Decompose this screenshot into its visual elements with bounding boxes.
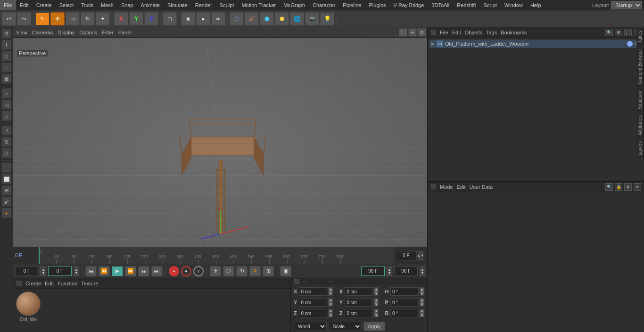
z-axis-button[interactable]: Z (144, 12, 158, 25)
z2-coord-value[interactable]: 0 cm (345, 309, 373, 317)
menu-help[interactable]: Help (527, 0, 545, 10)
mat-menu-create[interactable]: Create (25, 281, 41, 286)
sidebar-tool1[interactable]: ↗ (1, 125, 12, 136)
menu-file[interactable]: File (0, 0, 16, 10)
attr-menu-userdata[interactable]: User Data (470, 184, 493, 190)
obj-filter-icon[interactable]: ⚙ (615, 29, 622, 36)
obj-menu-file[interactable]: File (440, 30, 448, 35)
viewport-settings-icon[interactable]: ⚙ (418, 28, 426, 37)
world-dropdown[interactable]: World Object Camera (294, 322, 327, 331)
material-item[interactable]: Old_Wo (16, 292, 41, 322)
obj-expand-icon[interactable]: ⛶ (624, 29, 632, 36)
x-axis-button[interactable]: X (114, 12, 128, 25)
p-coord-spinner[interactable]: ▲▼ (420, 298, 424, 307)
apply-button[interactable]: Apply (363, 322, 385, 331)
environment-button[interactable]: 🌐 (290, 12, 304, 25)
nurbs-button[interactable]: ⬟ (260, 12, 274, 25)
menu-3dtoall[interactable]: 3DToAll (428, 0, 453, 10)
undo-button[interactable]: ↩ (2, 12, 16, 25)
sidebar-layer2[interactable]: ⬜ (1, 174, 12, 184)
scale-tool-button[interactable]: ▭ (66, 12, 80, 25)
obj-menu-objects[interactable]: Objects (465, 30, 482, 35)
object-row[interactable]: ▶ LO Old_Platform_with_Ladder_Wooden (429, 40, 642, 48)
record-button[interactable]: ● (181, 266, 191, 276)
object-mode-button[interactable]: ◻ (163, 12, 177, 25)
menu-animate[interactable]: Animate (137, 0, 164, 10)
current-frame-input[interactable] (396, 251, 417, 260)
select-tool-button[interactable]: ↖ (35, 12, 50, 25)
y-coord-spinner[interactable]: ▲▼ (328, 298, 333, 307)
sidebar-tool3[interactable]: ⬡ (1, 148, 12, 158)
vp-menu-options[interactable]: Options (79, 30, 97, 35)
sidebar-layer1[interactable]: ⬛ (1, 162, 12, 173)
camera-button[interactable]: 📷 (305, 12, 319, 25)
menu-edit[interactable]: Edit (16, 0, 33, 10)
start-frame-field[interactable] (15, 267, 39, 276)
menu-select[interactable]: Select (56, 0, 78, 10)
menu-tools[interactable]: Tools (77, 0, 97, 10)
min-frame-field[interactable] (48, 267, 72, 276)
sidebar-edge-mode[interactable]: ⬡ (1, 51, 12, 61)
sidebar-selection1[interactable]: ▷ (1, 88, 12, 98)
menu-sculpt[interactable]: Sculpt (216, 0, 238, 10)
obj-menu-bookmarks[interactable]: Bookmarks (501, 30, 527, 35)
end-spinner[interactable]: ▲▼ (420, 267, 425, 276)
move-tool-button[interactable]: ✛ (50, 12, 65, 25)
layers-tab[interactable]: Layers (636, 138, 644, 158)
menu-vray[interactable]: V-Ray Bridge (390, 0, 428, 10)
menu-redshift[interactable]: Redshift (453, 0, 479, 10)
menu-render[interactable]: Render (191, 0, 216, 10)
layout-dropdown[interactable]: Startup (611, 1, 642, 9)
play-button[interactable]: ▶ (112, 266, 123, 276)
structure-tab[interactable]: Structure (636, 87, 644, 113)
menu-character[interactable]: Character (309, 0, 339, 10)
sidebar-brush[interactable]: 🖌 (1, 196, 12, 207)
menu-mesh[interactable]: Mesh (97, 0, 117, 10)
y-axis-button[interactable]: Y (129, 12, 143, 25)
menu-plugins[interactable]: Plugins (365, 0, 389, 10)
attr-menu-mode[interactable]: Mode (440, 184, 453, 190)
sidebar-layer3[interactable]: ⊞ (1, 185, 12, 195)
object-visibility-dot[interactable] (627, 41, 633, 47)
max-spinner[interactable]: ▲▼ (387, 267, 392, 276)
frame-spinner[interactable]: ▲▼ (418, 251, 423, 260)
light-button[interactable]: 💡 (320, 12, 334, 25)
go-start-button[interactable]: ⏮ (85, 266, 97, 276)
z-coord-value[interactable]: 0 cm (299, 309, 327, 317)
y-coord-value[interactable]: 0 cm (299, 298, 327, 307)
menu-pipeline[interactable]: Pipeline (339, 0, 365, 10)
go-end-button[interactable]: ⏭ (138, 266, 149, 276)
spline-button[interactable]: 🖊 (245, 12, 259, 25)
vp-menu-display[interactable]: Display (58, 30, 74, 35)
x-coord-spinner[interactable]: ▲▼ (328, 287, 333, 296)
mat-menu-edit[interactable]: Edit (45, 281, 54, 286)
obj-menu-edit[interactable]: Edit (452, 30, 461, 35)
sidebar-polygon-mode[interactable]: ▦ (1, 73, 12, 84)
x-coord-value[interactable]: 0 cm (299, 287, 327, 296)
y2-coord-value[interactable]: 0 cm (345, 298, 373, 307)
z2-coord-spinner[interactable]: ▲▼ (374, 309, 379, 317)
vp-menu-filter[interactable]: Filter (102, 30, 113, 35)
vp-menu-view[interactable]: View (16, 30, 27, 35)
x2-coord-value[interactable]: 0 cm (345, 287, 373, 296)
menu-create[interactable]: Create (33, 0, 56, 10)
solo-button[interactable]: ? (193, 266, 204, 276)
pb-extra3[interactable]: ↻ (236, 266, 248, 276)
max-frame-field[interactable] (361, 267, 385, 276)
attr-lock-icon[interactable]: 🔒 (615, 183, 622, 191)
content-browser-tab[interactable]: Content Browser (636, 46, 644, 87)
menu-mograph[interactable]: MoGraph (280, 0, 309, 10)
sidebar-texture-mode[interactable]: T (1, 40, 12, 50)
h-coord-value[interactable]: 0 ° (390, 287, 419, 296)
transform-tool-button[interactable]: ✦ (96, 12, 110, 25)
viewport-move-icon[interactable]: ✛ (408, 28, 417, 37)
pb-extra4[interactable]: P (249, 266, 261, 276)
step-back-button[interactable]: ⏪ (99, 266, 110, 276)
z-coord-spinner[interactable]: ▲▼ (328, 309, 333, 317)
material-preview[interactable] (16, 292, 41, 316)
attr-close-icon[interactable]: ✕ (634, 183, 641, 191)
vp-menu-panel[interactable]: Panel (118, 30, 132, 35)
scale-dropdown[interactable]: Scale (329, 322, 362, 331)
render-all-button[interactable]: ⏭ (211, 12, 225, 25)
b-coord-spinner[interactable]: ▲▼ (420, 309, 424, 317)
